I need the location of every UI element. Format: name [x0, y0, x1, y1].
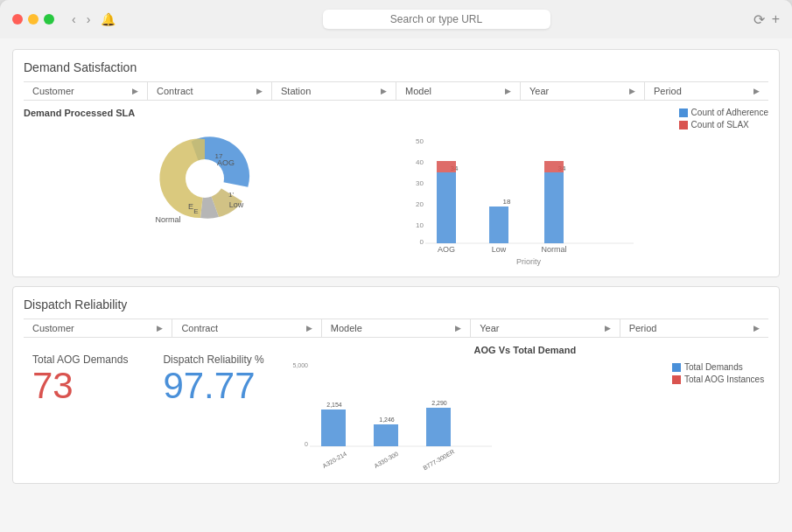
svg-text:Low: Low	[229, 200, 244, 209]
svg-rect-34	[374, 424, 398, 446]
svg-text:10: 10	[416, 221, 424, 229]
kpi-aog: Total AOG Demands 73	[32, 354, 128, 404]
aog-legend: Total Demands Total AOG Instances	[672, 359, 768, 472]
aog-chart-section: AOG Vs Total Demand 5,000 0	[282, 345, 768, 472]
filter-year-label: Year	[529, 86, 549, 96]
filter-station[interactable]: Station ▶	[272, 82, 396, 100]
panel2-title: Dispatch Reliability	[24, 298, 768, 312]
filter2-year-arrow: ▶	[605, 324, 611, 332]
svg-text:Normal: Normal	[156, 215, 181, 224]
panel1-main-content: Demand Processed SLA	[24, 108, 768, 266]
svg-rect-17	[437, 161, 456, 172]
panel1-title: Demand Satisfaction	[24, 60, 768, 74]
filter2-contract-label: Contract	[181, 323, 218, 333]
filter2-year-label: Year	[480, 323, 499, 333]
svg-rect-22	[544, 161, 564, 172]
svg-text:5,000: 5,000	[292, 362, 308, 368]
filter2-year[interactable]: Year ▶	[471, 319, 620, 337]
legend-slax-dot	[679, 121, 688, 130]
demand-satisfaction-panel: Demand Satisfaction Customer ▶ Contract …	[12, 49, 780, 277]
filter2-period[interactable]: Period ▶	[620, 319, 768, 337]
forward-button[interactable]: ›	[83, 10, 95, 28]
svg-text:30: 30	[416, 179, 424, 187]
legend-adherence: Count of Adherence	[679, 108, 768, 117]
svg-rect-16	[437, 172, 456, 243]
filter2-customer[interactable]: Customer ▶	[24, 319, 172, 337]
panel1-filter-bar: Customer ▶ Contract ▶ Station ▶ Model ▶ …	[24, 81, 768, 101]
filter-customer-arrow: ▶	[132, 87, 138, 95]
new-tab-button[interactable]: +	[772, 11, 780, 27]
donut-svg: AOG Low E Normal 17 1' E	[135, 122, 275, 235]
svg-text:17: 17	[215, 152, 223, 160]
bar-chart-section: Count of Adherence Count of SLAX 50 40 3	[397, 108, 769, 266]
filter-year-arrow: ▶	[629, 87, 635, 95]
filter-model-arrow: ▶	[505, 87, 511, 95]
close-button[interactable]	[12, 14, 23, 24]
notification-button[interactable]: 🔔	[97, 10, 119, 28]
svg-text:E: E	[188, 202, 193, 211]
legend-slax-label: Count of SLAX	[691, 120, 749, 130]
maximize-button[interactable]	[44, 14, 54, 24]
filter-year[interactable]: Year ▶	[521, 82, 645, 100]
svg-text:1': 1'	[228, 191, 234, 199]
filter-model[interactable]: Model ▶	[396, 82, 521, 100]
svg-text:2,290: 2,290	[431, 400, 447, 406]
aog-chart-container: 5,000 0 2,154 A320-214	[282, 359, 665, 472]
filter2-contract[interactable]: Contract ▶	[172, 319, 321, 337]
browser-titlebar: ‹ › 🔔 ⟳ +	[0, 0, 792, 38]
filter-station-arrow: ▶	[381, 87, 387, 95]
aog-chart-svg: 5,000 0 2,154 A320-214	[282, 359, 509, 472]
svg-rect-37	[426, 408, 451, 446]
filter-contract-arrow: ▶	[256, 87, 263, 95]
back-button[interactable]: ‹	[68, 10, 80, 28]
bar-chart-svg: 50 40 30 20 10 0 34	[406, 135, 651, 266]
aog-legend-instances: Total AOG Instances	[672, 374, 768, 384]
bar-chart-container: 50 40 30 20 10 0 34	[406, 135, 769, 266]
legend-instances-label: Total AOG Instances	[684, 374, 764, 384]
svg-rect-19	[489, 206, 508, 243]
filter-period-arrow: ▶	[753, 87, 760, 95]
filter2-customer-label: Customer	[32, 323, 74, 333]
svg-text:0: 0	[419, 238, 424, 246]
donut-chart: AOG Low E Normal 17 1' E	[135, 122, 275, 235]
svg-text:40: 40	[416, 158, 424, 166]
minimize-button[interactable]	[28, 14, 39, 24]
legend-adherence-dot	[679, 108, 688, 117]
legend-adherence-label: Count of Adherence	[691, 108, 768, 117]
svg-text:20: 20	[416, 200, 424, 208]
filter2-customer-arrow: ▶	[157, 324, 163, 332]
filter2-modele[interactable]: Modele ▶	[322, 319, 471, 337]
filter2-modele-label: Modele	[331, 323, 362, 333]
panel2-main-content: Total AOG Demands 73 Dispatch Reliabilit…	[24, 345, 768, 472]
reload-button[interactable]: ⟳	[753, 11, 765, 28]
donut-title: Demand Processed SLA	[24, 108, 135, 118]
kpi2-label: Dispatch Reliability %	[163, 354, 263, 366]
legend-demands-dot	[672, 363, 681, 372]
aog-chart-title: AOG Vs Total Demand	[282, 345, 768, 355]
svg-text:A320-214: A320-214	[321, 451, 347, 469]
svg-text:AOG: AOG	[437, 245, 454, 254]
filter-period[interactable]: Period ▶	[645, 82, 768, 100]
svg-text:A330-300: A330-300	[373, 451, 399, 469]
svg-rect-21	[544, 172, 564, 243]
filter-customer[interactable]: Customer ▶	[24, 82, 148, 100]
svg-text:50: 50	[416, 137, 424, 145]
svg-text:18: 18	[502, 198, 510, 206]
svg-text:0: 0	[305, 441, 308, 447]
svg-text:Normal: Normal	[541, 245, 566, 254]
filter-contract[interactable]: Contract ▶	[148, 82, 272, 100]
browser-window: ‹ › 🔔 ⟳ + Demand Satisfaction Customer ▶…	[0, 0, 792, 532]
filter2-modele-arrow: ▶	[455, 324, 461, 332]
svg-text:Priority: Priority	[515, 257, 541, 266]
svg-text:Low: Low	[491, 245, 506, 254]
traffic-lights	[12, 14, 54, 24]
kpi1-value: 73	[32, 368, 74, 404]
donut-section: Demand Processed SLA	[24, 108, 387, 235]
filter-station-label: Station	[281, 86, 311, 96]
browser-content: Demand Satisfaction Customer ▶ Contract …	[0, 38, 792, 532]
filter-contract-label: Contract	[157, 86, 193, 96]
legend-demands-label: Total Demands	[684, 362, 743, 372]
kpi2-value: 97.77	[163, 368, 255, 404]
svg-text:2,154: 2,154	[326, 402, 342, 408]
url-input[interactable]	[323, 10, 550, 29]
